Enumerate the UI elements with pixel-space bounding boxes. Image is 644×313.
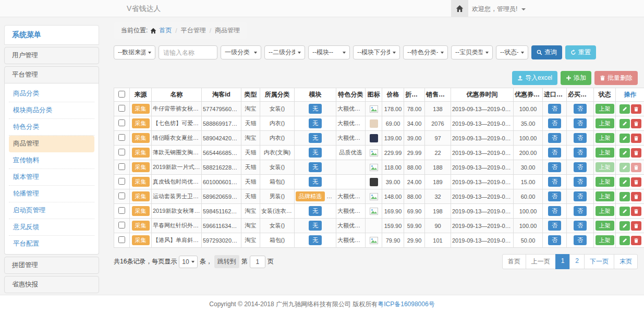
import-select-toggle[interactable]: 否	[548, 104, 561, 114]
import-select-toggle[interactable]: 否	[548, 235, 561, 245]
breadcrumb-home-link[interactable]: 首页	[159, 26, 172, 35]
delete-button[interactable]	[631, 119, 641, 128]
delete-button[interactable]	[631, 163, 641, 172]
module-none-badge[interactable]: 无	[309, 221, 322, 231]
reset-button[interactable]: 重置	[565, 45, 596, 59]
status-toggle[interactable]: 上架	[596, 177, 614, 187]
pager-last[interactable]: 末页	[614, 254, 638, 269]
sidebar-item-splash-mgmt[interactable]: 启动页管理	[9, 202, 94, 219]
must-buy-toggle[interactable]: 否	[574, 177, 587, 187]
edit-button[interactable]	[619, 148, 630, 158]
import-select-toggle[interactable]: 否	[548, 206, 561, 216]
row-checkbox[interactable]	[118, 105, 125, 112]
import-select-toggle[interactable]: 否	[548, 221, 561, 231]
edit-button[interactable]	[619, 177, 630, 187]
module-none-badge[interactable]: 无	[309, 118, 322, 128]
must-buy-toggle[interactable]: 否	[574, 104, 587, 114]
sidebar-item-feedback[interactable]: 意见反馈	[9, 219, 94, 236]
row-checkbox[interactable]	[118, 236, 125, 243]
module-none-badge[interactable]: 无	[309, 235, 322, 245]
query-button[interactable]: 查询	[531, 45, 562, 59]
sidebar-item-module-goods-category[interactable]: 模块商品分类	[9, 102, 94, 119]
sidebar-group-groupbuy[interactable]: 拼团管理	[4, 257, 99, 274]
delete-button[interactable]	[631, 104, 641, 114]
row-checkbox[interactable]	[118, 192, 125, 199]
import-select-toggle[interactable]: 否	[548, 118, 561, 128]
import-select-toggle[interactable]: 否	[548, 177, 561, 187]
edit-button[interactable]	[619, 134, 630, 143]
edit-button[interactable]	[619, 221, 630, 231]
must-buy-toggle[interactable]: 否	[574, 133, 587, 143]
import-select-toggle[interactable]: 否	[548, 162, 561, 172]
edit-button[interactable]	[619, 119, 630, 128]
home-button[interactable]	[451, 0, 468, 17]
sidebar-item-carousel-mgmt[interactable]: 轮播管理	[9, 186, 94, 202]
goods-name-input[interactable]	[159, 45, 217, 59]
jump-button[interactable]: 跳转到	[214, 255, 239, 268]
add-button[interactable]: 添加	[561, 71, 591, 85]
delete-button[interactable]	[631, 221, 641, 231]
pager-prev[interactable]: 上一页	[526, 254, 556, 269]
import-excel-button[interactable]: 导入excel	[512, 71, 557, 85]
module-none-badge[interactable]: 无	[309, 206, 322, 216]
filter-select-level2-category[interactable]: --二级分类--	[264, 45, 305, 59]
filter-select-data-source[interactable]: --数据来源--	[114, 45, 155, 59]
must-buy-toggle[interactable]: 否	[574, 221, 587, 231]
module-none-badge[interactable]: 无	[309, 133, 322, 143]
row-checkbox[interactable]	[118, 222, 125, 228]
select-all-checkbox[interactable]	[118, 91, 125, 98]
module-none-badge[interactable]: 无	[309, 162, 322, 172]
sidebar-item-version-mgmt[interactable]: 版本管理	[9, 169, 94, 186]
filter-select-status[interactable]: --状态--	[496, 45, 528, 59]
user-menu[interactable]: 欢迎您，管理员!	[472, 5, 526, 14]
module-none-badge[interactable]: 无	[309, 104, 322, 114]
status-toggle[interactable]: 上架	[596, 235, 614, 245]
pager-first[interactable]: 首页	[502, 254, 526, 269]
filter-select-item-type[interactable]: --宝贝类型--	[451, 45, 493, 59]
sidebar-group-users[interactable]: 用户管理	[4, 47, 99, 64]
edit-button[interactable]	[619, 104, 630, 114]
filter-select-level1-category[interactable]: 一级分类	[221, 45, 261, 59]
row-checkbox[interactable]	[118, 134, 125, 141]
sidebar-item-featured-category[interactable]: 特色分类	[9, 119, 94, 136]
delete-button[interactable]	[631, 148, 641, 158]
sidebar-item-promo-materials[interactable]: 宣传物料	[9, 152, 94, 169]
row-checkbox[interactable]	[118, 163, 125, 170]
status-toggle[interactable]: 上架	[596, 162, 614, 172]
status-toggle[interactable]: 上架	[596, 118, 614, 128]
jump-page-input[interactable]	[250, 256, 265, 268]
must-buy-toggle[interactable]: 否	[574, 235, 587, 245]
row-checkbox[interactable]	[118, 149, 125, 155]
sidebar-item-platform-config[interactable]: 平台配置	[9, 236, 94, 252]
sidebar-item-goods-mgmt[interactable]: 商品管理	[9, 136, 94, 152]
must-buy-toggle[interactable]: 否	[574, 148, 587, 158]
pager-page-2[interactable]: 2	[569, 254, 585, 269]
status-toggle[interactable]: 上架	[596, 104, 614, 114]
filter-select-module[interactable]: --模块--	[308, 45, 350, 59]
delete-button[interactable]	[631, 192, 641, 201]
status-toggle[interactable]: 上架	[596, 221, 614, 231]
import-select-toggle[interactable]: 否	[548, 133, 561, 143]
import-select-toggle[interactable]: 否	[548, 191, 561, 201]
edit-button[interactable]	[619, 192, 630, 201]
pager-page-1[interactable]: 1	[555, 254, 570, 269]
breadcrumb-platform[interactable]: 平台管理	[181, 26, 206, 35]
edit-button[interactable]	[619, 236, 630, 245]
module-none-badge[interactable]: 无	[309, 148, 322, 158]
row-checkbox[interactable]	[118, 207, 125, 214]
pager-next[interactable]: 下一页	[584, 254, 614, 269]
must-buy-toggle[interactable]: 否	[574, 191, 587, 201]
must-buy-toggle[interactable]: 否	[574, 118, 587, 128]
sidebar-group-express[interactable]: 省惠快报	[4, 276, 99, 293]
status-toggle[interactable]: 上架	[596, 191, 614, 201]
edit-button[interactable]	[619, 163, 630, 172]
delete-button[interactable]	[631, 134, 641, 143]
icp-link[interactable]: 粤ICP备16098006号	[378, 300, 434, 309]
status-toggle[interactable]: 上架	[596, 148, 614, 158]
page-size-select[interactable]: 10	[179, 256, 197, 268]
delete-button[interactable]	[631, 177, 641, 187]
must-buy-toggle[interactable]: 否	[574, 162, 587, 172]
delete-button[interactable]	[631, 236, 641, 245]
delete-button[interactable]	[631, 207, 641, 216]
sidebar-item-goods-category[interactable]: 商品分类	[9, 86, 94, 102]
